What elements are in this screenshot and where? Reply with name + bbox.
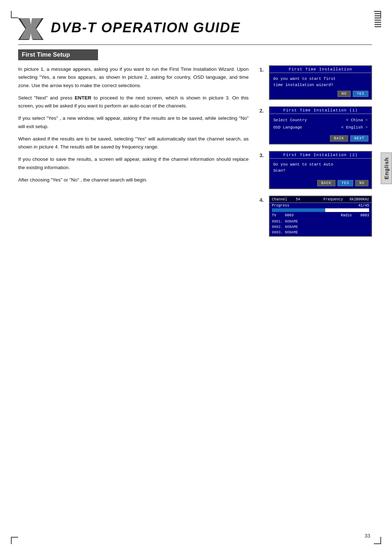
paragraph-2: Select "Next" and press ENTER to proceed… [18, 94, 249, 110]
x-logo [18, 18, 44, 40]
paragraph-6: After choosing "Yes" or "No" , the chann… [18, 176, 249, 184]
screen-box-4: Channel 54 Frequency 8k2B00KHz Progre [269, 196, 372, 237]
screen4-frequency: Frequency 8k2B00KHz [323, 197, 369, 201]
screen1-btn-yes[interactable]: YES [353, 91, 368, 97]
screen-number-3: 3. [260, 152, 265, 158]
screen1-body: Do you want to start first time installa… [270, 73, 371, 89]
language-tab: English [381, 152, 392, 184]
screen-box-3: First Time Installation (2) Do you want … [269, 151, 372, 189]
screen3-line1: Do you want to start Auto [273, 162, 368, 168]
screen-number-1: 1. [260, 67, 265, 73]
screen2-label-2: OSD Language [273, 125, 302, 131]
screen4-list: 0001. NONAME 0002. NONAME 0003. NONAME [270, 218, 371, 236]
screen-number-2: 2. [260, 108, 265, 114]
screen2-body: Select Country < China > OSD Language < … [270, 114, 371, 134]
screen4-tv-radio: TV 0003 Radio 0003 [270, 213, 371, 218]
screen3-title: First Time Installation (2) [270, 152, 371, 159]
right-column: 1. First Time Installation Do you want t… [260, 65, 372, 237]
header-area: DVB-T OPERATION GUIDE [18, 18, 372, 40]
screen4-progress: Progress 41/45 [270, 203, 371, 213]
screen2-title: First Time Installation (1) [270, 107, 371, 114]
title-divider [18, 44, 372, 45]
screen2-row-1: Select Country < China > [273, 117, 368, 124]
screen3-btn-back[interactable]: BACK [317, 180, 335, 186]
screen1-line1: Do you want to start first [273, 76, 368, 82]
screen1-buttons: NO YES [270, 89, 371, 99]
progress-bar-inner [272, 208, 325, 212]
screen4-header: Channel 54 Frequency 8k2B00KHz [270, 196, 371, 203]
page-content: DVB-T OPERATION GUIDE First Time Setup I… [18, 18, 372, 533]
screen2-value-2: < English > [341, 125, 368, 131]
corner-mark-tl [11, 11, 18, 18]
screen3-btn-yes[interactable]: YES [338, 180, 353, 186]
paragraph-4: When asked if the results are to be save… [18, 135, 249, 151]
screen1-btn-no[interactable]: NO [338, 91, 351, 97]
screen2-btn-back[interactable]: BACK [330, 135, 348, 142]
section-heading: First Time Setup [18, 49, 98, 60]
progress-bar-outer [272, 208, 369, 212]
corner-mark-bl [11, 537, 18, 544]
screen4-channel-label: Channel 54 [272, 197, 300, 201]
screen-item-1: 1. First Time Installation Do you want t… [260, 65, 372, 100]
screen-box-2: First Time Installation (1) Select Count… [269, 106, 372, 144]
screen3-line2: Scan? [273, 168, 368, 174]
screen3-btn-no[interactable]: NO [355, 180, 368, 186]
screen4-item-2: 0002. NONAME [272, 224, 369, 230]
screen2-row-2: OSD Language < English > [273, 124, 368, 131]
screen4-item-3: 0003. NONAME [272, 230, 369, 235]
screen-item-3: 3. First Time Installation (2) Do you wa… [260, 151, 372, 189]
paragraph-3: If you select "Yes" , a new window, will… [18, 114, 249, 131]
screen-item-4: 4. Channel 54 Frequency 8k2B00KHz [260, 196, 372, 237]
screen2-btn-next[interactable]: NEXT [350, 135, 368, 142]
main-body: In picture 1, a message appears, asking … [18, 65, 372, 237]
screen2-label-1: Select Country [273, 117, 307, 124]
screen3-buttons: BACK YES NO [270, 179, 371, 188]
screen-item-2: 2. First Time Installation (1) Select Co… [260, 106, 372, 144]
screen3-body: Do you want to start Auto Scan? [270, 159, 371, 179]
corner-mark-br [374, 537, 381, 544]
screen4-item-1: 0001. NONAME [272, 219, 369, 224]
screen1-title: First Time Installation [270, 66, 371, 73]
paragraph-1: In picture 1, a message appears, asking … [18, 65, 249, 90]
screen2-buttons: BACK NEXT [270, 134, 371, 144]
screen-box-1: First Time Installation Do you want to s… [269, 65, 372, 100]
svg-marker-1 [20, 18, 42, 39]
left-column: In picture 1, a message appears, asking … [18, 65, 249, 237]
page-title: DVB-T OPERATION GUIDE [51, 20, 241, 36]
screen2-value-1: < China > [346, 117, 368, 124]
right-decoration [375, 11, 381, 27]
paragraph-5: If you choose to save the results, a scr… [18, 155, 249, 172]
screen-number-4: 4. [260, 197, 265, 203]
screen1-line2: time installation wizard? [273, 82, 368, 88]
page-number: 33 [364, 533, 370, 539]
